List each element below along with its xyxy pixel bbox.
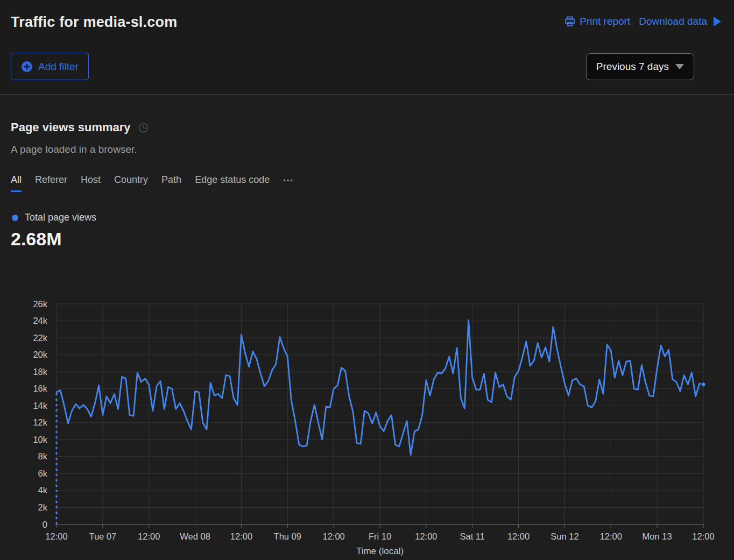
- svg-text:12:00: 12:00: [138, 531, 160, 541]
- print-report-link[interactable]: Print report: [564, 16, 630, 27]
- svg-text:14k: 14k: [33, 401, 47, 410]
- svg-text:12:00: 12:00: [45, 531, 67, 541]
- svg-text:16k: 16k: [33, 384, 47, 393]
- download-data-label: Download data: [639, 16, 707, 27]
- more-tabs-ellipsis-icon[interactable]: •••: [283, 174, 294, 185]
- section-subtitle: A page loaded in a browser.: [11, 144, 137, 155]
- svg-text:8k: 8k: [38, 451, 48, 461]
- section-heading: Page views summary: [11, 120, 149, 134]
- svg-text:Fri 10: Fri 10: [369, 531, 391, 541]
- add-filter-button[interactable]: Add filter: [11, 53, 89, 80]
- date-range-label: Previous 7 days: [596, 61, 669, 73]
- svg-text:12:00: 12:00: [507, 531, 530, 541]
- svg-text:12:00: 12:00: [692, 531, 714, 541]
- tab-host[interactable]: Host: [81, 174, 101, 190]
- tab-referer[interactable]: Referer: [35, 174, 67, 190]
- svg-text:20k: 20k: [33, 350, 47, 359]
- clock-icon: [138, 123, 149, 133]
- chart-legend: Total page views: [12, 212, 96, 223]
- svg-text:2k: 2k: [38, 502, 48, 512]
- svg-text:18k: 18k: [33, 367, 47, 377]
- svg-text:12:00: 12:00: [415, 531, 437, 541]
- page-title: Traffic for media-sl.com: [11, 14, 177, 31]
- chevron-down-icon: [675, 64, 684, 69]
- header-actions: Print report Download data: [564, 16, 721, 27]
- svg-text:6k: 6k: [38, 469, 48, 478]
- dimension-tabs: All Referer Host Country Path Edge statu…: [11, 174, 294, 192]
- tab-path[interactable]: Path: [161, 174, 181, 190]
- svg-text:24k: 24k: [33, 316, 47, 325]
- page-views-chart[interactable]: 02k4k6k8k10k12k14k16k18k20k22k24k26k12:0…: [0, 296, 734, 559]
- add-filter-label: Add filter: [38, 61, 79, 73]
- svg-text:12:00: 12:00: [230, 531, 252, 541]
- print-report-label: Print report: [580, 16, 630, 27]
- svg-text:26k: 26k: [33, 299, 47, 309]
- legend-label: Total page views: [25, 212, 96, 223]
- printer-icon: [564, 16, 575, 27]
- svg-text:Sat 11: Sat 11: [460, 531, 484, 541]
- svg-text:12:00: 12:00: [322, 531, 344, 541]
- svg-text:10k: 10k: [33, 435, 47, 444]
- expand-right-arrow-icon[interactable]: [714, 17, 721, 26]
- total-page-views-value: 2.68M: [11, 229, 62, 250]
- svg-text:12k: 12k: [33, 417, 47, 427]
- download-data-link[interactable]: Download data: [639, 16, 707, 27]
- svg-text:Tue 07: Tue 07: [89, 531, 116, 541]
- tab-country[interactable]: Country: [114, 174, 148, 190]
- tab-all[interactable]: All: [11, 174, 22, 192]
- date-range-dropdown[interactable]: Previous 7 days: [586, 53, 694, 80]
- svg-text:Sun 12: Sun 12: [550, 531, 578, 541]
- plus-circle-icon: [21, 61, 33, 73]
- svg-text:0: 0: [43, 520, 47, 529]
- tab-edge-status-code[interactable]: Edge status code: [195, 174, 270, 190]
- analytics-page: Traffic for media-sl.com Print report Do…: [0, 0, 734, 560]
- svg-text:4k: 4k: [38, 485, 48, 495]
- svg-text:Wed 08: Wed 08: [180, 531, 210, 541]
- svg-text:Thu 09: Thu 09: [274, 531, 301, 541]
- svg-text:Mon 13: Mon 13: [643, 531, 672, 541]
- svg-text:22k: 22k: [33, 333, 47, 343]
- legend-dot-icon: [12, 215, 18, 221]
- svg-text:Time (local): Time (local): [356, 546, 404, 556]
- section-title: Page views summary: [11, 120, 131, 134]
- svg-text:12:00: 12:00: [600, 531, 622, 541]
